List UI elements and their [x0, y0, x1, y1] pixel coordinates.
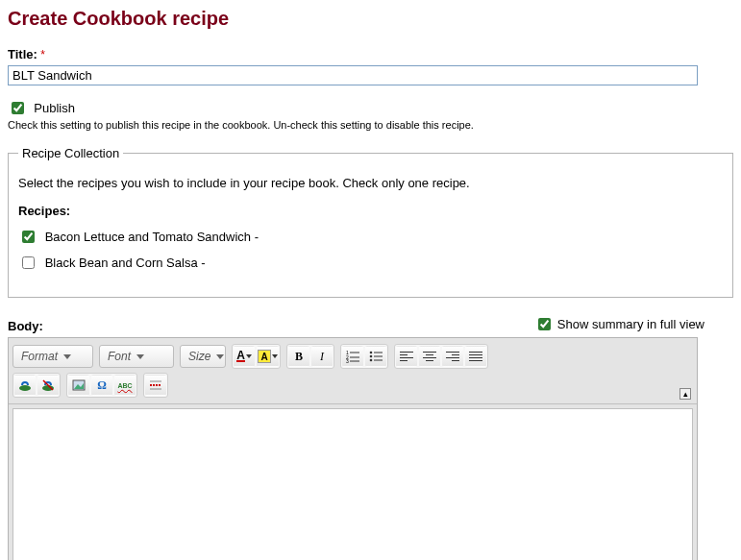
align-center-icon [423, 352, 436, 361]
format-select[interactable]: Format [12, 345, 93, 368]
align-justify-button[interactable] [465, 346, 486, 367]
link-icon [18, 378, 32, 392]
recipe-label-1: Black Bean and Corn Salsa - [41, 256, 206, 270]
special-char-button[interactable]: Ω [91, 375, 112, 396]
editor-toolbar-row-2: Ω ABC ▴ [9, 373, 697, 404]
svg-point-8 [370, 355, 373, 358]
chevron-down-icon [63, 354, 71, 359]
chevron-down-icon [272, 354, 278, 358]
font-select-label: Font [108, 350, 131, 363]
body-label: Body: [8, 319, 43, 333]
chevron-down-icon [136, 354, 144, 359]
collection-legend: Recipe Collection [18, 146, 123, 160]
toolbar-collapse-button[interactable]: ▴ [679, 388, 691, 400]
summary-label: Show summary in full view [557, 317, 704, 331]
recipe-collection-fieldset: Recipe Collection Select the recipes you… [8, 146, 733, 298]
body-header: Body: Show summary in full view [8, 315, 733, 333]
title-field: Title: * [8, 47, 733, 85]
link-group [12, 373, 61, 398]
collection-description: Select the recipes you wish to include i… [18, 176, 723, 190]
title-label: Title: [8, 47, 37, 61]
svg-point-12 [19, 385, 31, 391]
chevron-down-icon [216, 354, 224, 359]
text-color-button[interactable]: A [234, 346, 255, 367]
list-item: Bacon Lettuce and Tomato Sandwich - [18, 228, 723, 246]
color-group: A A [232, 344, 281, 369]
recipe-checkbox-0[interactable] [22, 231, 35, 243]
summary-toggle[interactable]: Show summary in full view [534, 315, 704, 333]
list-group: 123 [340, 344, 388, 369]
italic-button[interactable]: I [311, 346, 333, 367]
page-heading: Create Cookbook recipe [8, 8, 733, 30]
unlink-icon [41, 378, 55, 392]
omega-icon: Ω [97, 378, 107, 393]
image-icon [72, 378, 86, 392]
highlight-icon: A [258, 350, 271, 363]
link-button[interactable] [14, 375, 36, 396]
publish-hint: Check this setting to publish this recip… [8, 119, 733, 131]
summary-checkbox[interactable] [538, 318, 551, 330]
font-select[interactable]: Font [99, 345, 174, 368]
recipe-checkbox-1[interactable] [22, 256, 35, 269]
highlight-color-button[interactable]: A [257, 346, 279, 367]
align-center-button[interactable] [419, 346, 440, 367]
horizontal-rule-button[interactable] [145, 375, 166, 396]
align-right-icon [446, 352, 459, 361]
rich-text-editor: Format Font Size A A B I 123 [8, 337, 698, 560]
text-color-icon: A [236, 351, 245, 362]
recipe-label-0: Bacon Lettuce and Tomato Sandwich - [41, 230, 259, 244]
unordered-list-icon [369, 350, 383, 363]
size-select[interactable]: Size [180, 345, 226, 368]
title-input[interactable] [8, 65, 698, 85]
editor-body-textarea[interactable] [12, 408, 693, 560]
spellcheck-icon: ABC [117, 382, 132, 389]
align-right-button[interactable] [442, 346, 463, 367]
svg-point-6 [370, 352, 373, 354]
hr-icon [149, 378, 162, 392]
insert-group: Ω ABC [66, 373, 137, 398]
align-left-button[interactable] [396, 346, 417, 367]
svg-point-10 [370, 359, 373, 362]
style-group: B I [286, 344, 334, 369]
collapse-up-icon: ▴ [683, 389, 688, 399]
list-item: Black Bean and Corn Salsa - [18, 254, 723, 272]
svg-text:3: 3 [346, 358, 349, 363]
publish-label: Publish [30, 101, 75, 115]
publish-checkbox[interactable] [12, 102, 24, 114]
publish-row: Publish Check this setting to publish th… [8, 99, 733, 131]
break-group [143, 373, 168, 398]
title-required-marker: * [40, 48, 45, 61]
editor-toolbar-row-1: Format Font Size A A B I 123 [9, 338, 697, 373]
chevron-down-icon [246, 354, 252, 358]
recipes-label: Recipes: [18, 204, 723, 218]
unlink-button[interactable] [37, 375, 59, 396]
unordered-list-button[interactable] [365, 346, 386, 367]
bold-button[interactable]: B [288, 346, 309, 367]
ordered-list-button[interactable]: 123 [342, 346, 363, 367]
size-select-label: Size [188, 350, 210, 363]
ordered-list-icon: 123 [346, 350, 359, 363]
spellcheck-button[interactable]: ABC [114, 375, 136, 396]
align-justify-icon [469, 352, 482, 361]
align-group [394, 344, 488, 369]
image-button[interactable] [68, 375, 89, 396]
format-select-label: Format [21, 350, 58, 363]
align-left-icon [400, 352, 413, 361]
